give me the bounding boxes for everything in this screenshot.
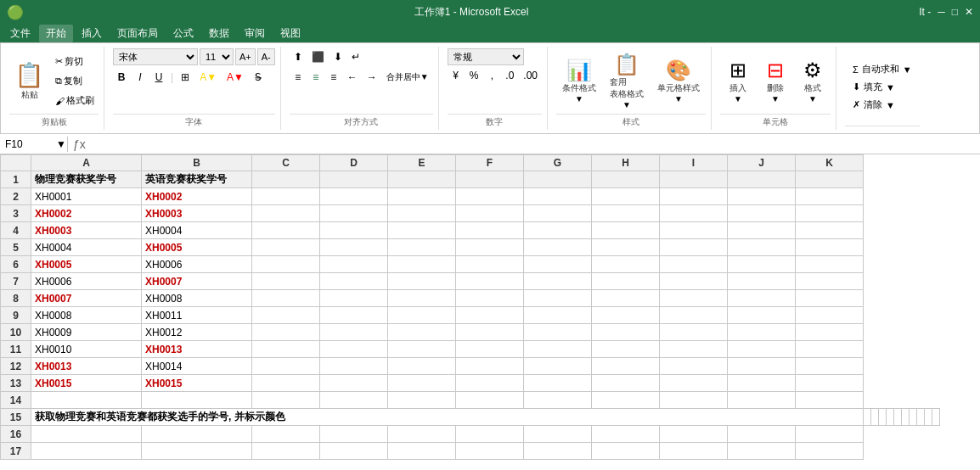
row-header-3[interactable]: 3: [1, 205, 31, 222]
col-header-D[interactable]: D: [320, 155, 388, 171]
cell[interactable]: [592, 307, 660, 324]
cell[interactable]: [31, 443, 142, 460]
format-cell-button[interactable]: ⚙ 格式 ▼: [795, 54, 831, 108]
cell[interactable]: [660, 375, 728, 392]
row-header-11[interactable]: 11: [1, 341, 31, 358]
row-header-2[interactable]: 2: [1, 188, 31, 205]
cell[interactable]: [388, 273, 456, 290]
cell[interactable]: [252, 324, 320, 341]
row-header-12[interactable]: 12: [1, 358, 31, 375]
cell[interactable]: [592, 222, 660, 239]
cell[interactable]: XH0013: [142, 341, 252, 358]
cell[interactable]: [925, 409, 932, 426]
cell[interactable]: [142, 426, 252, 443]
cell[interactable]: [796, 426, 864, 443]
cut-button[interactable]: ✂ 剪切: [51, 53, 99, 70]
cell[interactable]: [796, 188, 864, 205]
indent-dec-button[interactable]: ←: [343, 69, 362, 86]
cell[interactable]: [142, 443, 252, 460]
menu-page-layout[interactable]: 页面布局: [110, 25, 165, 42]
strikethrough-button[interactable]: S̶: [250, 69, 267, 86]
menu-formula[interactable]: 公式: [166, 25, 200, 42]
cell[interactable]: XH0009: [31, 324, 142, 341]
cell[interactable]: [456, 341, 524, 358]
cell[interactable]: XH0008: [142, 290, 252, 307]
cell[interactable]: [592, 256, 660, 273]
cell[interactable]: [660, 426, 728, 443]
align-top-button[interactable]: ⬆: [290, 48, 307, 65]
menu-data[interactable]: 数据: [202, 25, 236, 42]
formula-input[interactable]: [91, 137, 980, 152]
paste-button[interactable]: 📋 粘贴: [9, 59, 49, 103]
bold-button[interactable]: B: [113, 69, 130, 86]
cell[interactable]: [252, 239, 320, 256]
cell[interactable]: [592, 443, 660, 460]
font-shrink-button[interactable]: A-: [257, 48, 275, 65]
cell[interactable]: [456, 426, 524, 443]
format-painter-button[interactable]: 🖌 格式刷: [51, 92, 99, 109]
cell[interactable]: [796, 443, 864, 460]
cell[interactable]: [142, 392, 252, 409]
maximize-btn[interactable]: □: [952, 6, 958, 18]
cell[interactable]: [592, 426, 660, 443]
col-header-K[interactable]: K: [796, 155, 864, 171]
menu-home[interactable]: 开始: [39, 25, 73, 42]
decimal-inc-button[interactable]: .0: [501, 67, 518, 84]
cell[interactable]: [388, 239, 456, 256]
cell[interactable]: [252, 171, 320, 188]
cell[interactable]: [320, 188, 388, 205]
cell[interactable]: [388, 358, 456, 375]
cell[interactable]: [592, 239, 660, 256]
merge-center-button[interactable]: 合并居中▼: [382, 69, 433, 86]
italic-button[interactable]: I: [132, 69, 149, 86]
cell[interactable]: [796, 375, 864, 392]
cell[interactable]: [456, 358, 524, 375]
cell[interactable]: [524, 443, 592, 460]
cell[interactable]: [796, 171, 864, 188]
cell[interactable]: [728, 239, 796, 256]
cell[interactable]: [592, 375, 660, 392]
comma-button[interactable]: ,: [483, 67, 500, 84]
cell[interactable]: [910, 409, 917, 426]
cell[interactable]: [592, 392, 660, 409]
font-name-select[interactable]: 宋体: [113, 48, 198, 65]
cell[interactable]: [456, 239, 524, 256]
cell[interactable]: [796, 358, 864, 375]
cell[interactable]: XH0013: [31, 358, 142, 375]
cell[interactable]: [320, 426, 388, 443]
row-header-14[interactable]: 14: [1, 392, 31, 409]
cell[interactable]: [592, 205, 660, 222]
cell[interactable]: [524, 426, 592, 443]
row-header-9[interactable]: 9: [1, 307, 31, 324]
col-header-I[interactable]: I: [660, 155, 728, 171]
col-header-J[interactable]: J: [728, 155, 796, 171]
cell[interactable]: [388, 171, 456, 188]
cell[interactable]: [456, 205, 524, 222]
close-btn[interactable]: ✕: [965, 6, 973, 18]
cell[interactable]: [728, 426, 796, 443]
cell[interactable]: [894, 409, 902, 426]
cell[interactable]: [660, 256, 728, 273]
cell[interactable]: [388, 222, 456, 239]
cell[interactable]: [592, 341, 660, 358]
cell[interactable]: [388, 205, 456, 222]
cell[interactable]: [524, 239, 592, 256]
cell[interactable]: [31, 426, 142, 443]
cell[interactable]: [524, 375, 592, 392]
row-header-16[interactable]: 16: [1, 426, 31, 443]
cell[interactable]: XH0006: [142, 256, 252, 273]
cell[interactable]: [796, 392, 864, 409]
font-grow-button[interactable]: A+: [235, 48, 256, 65]
col-header-C[interactable]: C: [252, 155, 320, 171]
cell[interactable]: XH0015: [31, 375, 142, 392]
menu-view[interactable]: 视图: [273, 25, 307, 42]
cell[interactable]: [524, 290, 592, 307]
align-center-button[interactable]: ≡: [307, 69, 324, 86]
cell[interactable]: [660, 392, 728, 409]
cell[interactable]: [456, 273, 524, 290]
cell[interactable]: [252, 290, 320, 307]
cell[interactable]: [728, 443, 796, 460]
row-header-5[interactable]: 5: [1, 239, 31, 256]
cell[interactable]: [388, 188, 456, 205]
cell[interactable]: [660, 290, 728, 307]
